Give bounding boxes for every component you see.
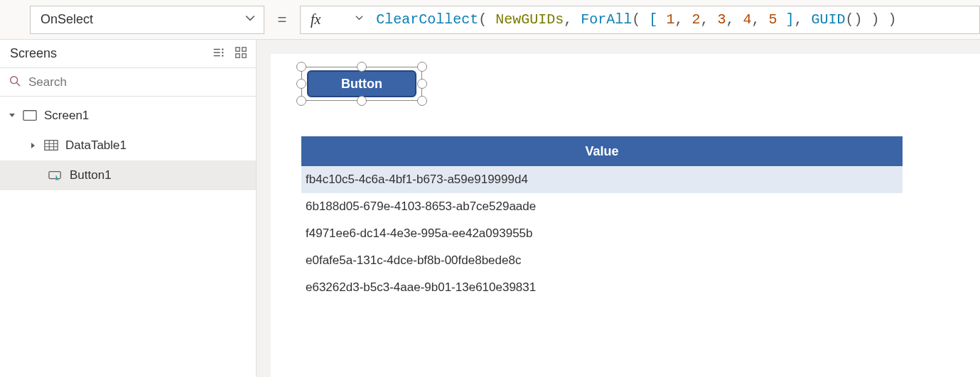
- formula-token: ]: [777, 11, 795, 28]
- resize-handle[interactable]: [296, 62, 306, 72]
- formula-token: ,: [700, 11, 717, 28]
- formula-token: () ) ): [846, 11, 897, 28]
- formula-token: ,: [674, 11, 691, 28]
- resize-handle[interactable]: [417, 79, 427, 89]
- tree-item-label: Screen1: [44, 109, 89, 123]
- resize-handle[interactable]: [296, 79, 306, 89]
- svg-point-7: [11, 77, 18, 84]
- equals-label: =: [264, 11, 300, 29]
- canvas-area[interactable]: Button Value fb4c10c5-4c6a-4bf1-b673-a59…: [257, 40, 980, 377]
- resize-handle[interactable]: [417, 96, 427, 106]
- formula-token: ,: [795, 11, 812, 28]
- svg-rect-9: [45, 141, 58, 151]
- datatable-column-header[interactable]: Value: [301, 136, 903, 166]
- search-box[interactable]: [0, 68, 256, 97]
- property-dropdown-value: OnSelect: [41, 12, 93, 27]
- formula-token: 2: [691, 11, 700, 28]
- formula-token: 5: [769, 11, 777, 28]
- resize-handle[interactable]: [357, 96, 367, 106]
- grid-view-icon[interactable]: [235, 46, 247, 61]
- canvas-button-label: Button: [341, 77, 382, 92]
- formula-bar-row: OnSelect = fx ClearCollect( NewGUIDs, Fo…: [0, 0, 980, 40]
- svg-point-1: [222, 52, 223, 53]
- selected-control-frame[interactable]: Button: [301, 67, 422, 101]
- resize-handle[interactable]: [296, 96, 306, 106]
- svg-rect-6: [242, 54, 246, 58]
- formula-token: 3: [717, 11, 726, 28]
- table-row[interactable]: f4971ee6-dc14-4e3e-995a-ee42a093955b: [301, 220, 903, 247]
- formula-token: ClearCollect: [376, 11, 478, 28]
- svg-rect-10: [49, 172, 60, 179]
- tree-item-label: DataTable1: [65, 138, 126, 153]
- search-icon: [9, 75, 21, 89]
- chevron-down-icon: [245, 12, 255, 27]
- tree-item-button1[interactable]: Button1: [0, 160, 256, 190]
- fx-icon[interactable]: fx: [311, 11, 321, 28]
- collapse-icon[interactable]: [9, 112, 16, 119]
- formula-token: (: [632, 11, 649, 28]
- formula-token: [: [649, 11, 666, 28]
- button-icon: [48, 169, 63, 182]
- formula-token: ,: [726, 11, 743, 28]
- svg-rect-8: [23, 111, 36, 121]
- tree-panel: Screens: [0, 40, 257, 377]
- canvas-screen[interactable]: Button Value fb4c10c5-4c6a-4bf1-b673-a59…: [271, 54, 980, 377]
- tree-item-screen1[interactable]: Screen1: [0, 101, 256, 131]
- formula-token: ,: [751, 11, 768, 28]
- list-view-icon[interactable]: [212, 46, 225, 61]
- expand-icon[interactable]: [30, 142, 37, 149]
- formula-token: 4: [743, 11, 751, 28]
- canvas-button[interactable]: Button: [307, 70, 416, 97]
- formula-token: 1: [666, 11, 674, 28]
- screen-icon: [23, 109, 37, 122]
- table-row[interactable]: 6b188d05-679e-4103-8653-ab7ce529aade: [301, 193, 903, 220]
- panel-title: Screens: [10, 46, 57, 61]
- tree-item-datatable1[interactable]: DataTable1: [0, 131, 256, 160]
- table-row[interactable]: e0fafe5a-131c-4dce-bf8b-00fde8bede8c: [301, 247, 903, 274]
- table-row[interactable]: fb4c10c5-4c6a-4bf1-b673-a59e919999d4: [301, 166, 903, 193]
- svg-rect-5: [236, 54, 239, 58]
- formula-token: GUID: [812, 11, 846, 28]
- formula-token: NewGUIDs: [495, 11, 564, 28]
- svg-rect-4: [242, 48, 246, 51]
- panel-header: Screens: [0, 40, 256, 68]
- formula-token: ,: [564, 11, 581, 28]
- formula-token: ForAll: [581, 11, 632, 28]
- resize-handle[interactable]: [357, 62, 367, 72]
- search-input[interactable]: [28, 75, 247, 89]
- formula-input[interactable]: fx ClearCollect( NewGUIDs, ForAll( [ 1, …: [300, 6, 980, 34]
- svg-point-0: [222, 48, 223, 50]
- resize-handle[interactable]: [417, 62, 427, 72]
- property-dropdown[interactable]: OnSelect: [30, 6, 264, 34]
- tree-item-label: Button1: [70, 168, 112, 182]
- tree-view: Screen1 DataTable1 Button1: [0, 97, 256, 190]
- datatable-icon: [44, 139, 58, 152]
- formula-token: (: [478, 11, 495, 28]
- svg-point-2: [222, 55, 223, 56]
- canvas-datatable[interactable]: Value fb4c10c5-4c6a-4bf1-b673-a59e919999…: [301, 136, 903, 301]
- table-row[interactable]: e63262d3-b5c3-4aae-9b01-13e610e39831: [301, 274, 903, 301]
- svg-rect-3: [236, 48, 239, 51]
- chevron-down-icon[interactable]: [322, 6, 363, 34]
